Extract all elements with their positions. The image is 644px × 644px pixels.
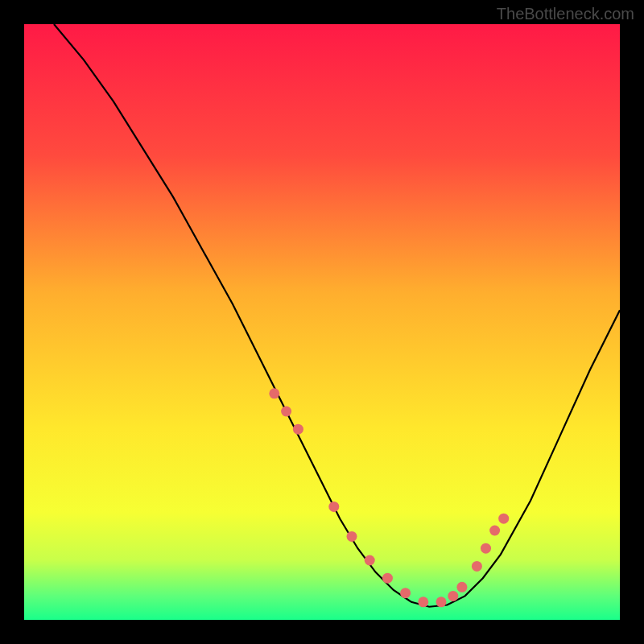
data-point-marker [269,388,279,398]
data-point-marker [365,555,375,566]
data-point-marker [472,561,482,572]
watermark-text: TheBottleneck.com [497,5,634,23]
gradient-background [24,24,620,620]
data-point-marker [489,526,500,536]
plot-svg [24,24,620,620]
data-point-marker [456,582,467,592]
data-point-marker [481,543,491,554]
data-point-marker [293,424,303,435]
data-point-marker [436,597,447,607]
data-point-marker [281,407,291,417]
data-point-marker [418,597,428,607]
plot-area [24,24,620,620]
data-point-marker [328,502,339,512]
data-point-marker [498,514,509,524]
data-point-marker [448,591,458,601]
data-point-marker [400,588,411,598]
chart-container: TheBottleneck.com [0,0,644,644]
data-point-marker [382,573,393,584]
data-point-marker [347,531,357,542]
